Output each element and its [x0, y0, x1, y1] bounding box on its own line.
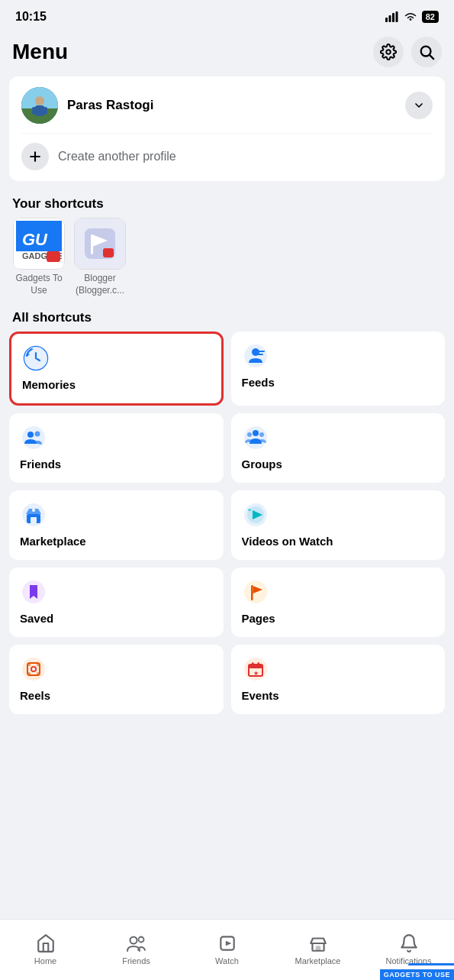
friends-icon-wrap: [20, 424, 47, 451]
nav-watch[interactable]: Watch: [182, 927, 272, 965]
settings-button[interactable]: [373, 37, 404, 67]
status-time: 10:15: [15, 10, 47, 24]
shortcut-card-feeds[interactable]: Feeds: [231, 332, 446, 406]
events-icon-wrap: ★: [242, 655, 269, 683]
svg-point-65: [138, 937, 143, 943]
svg-point-34: [35, 432, 40, 437]
clock-icon: [23, 345, 49, 371]
nav-home[interactable]: Home: [0, 927, 91, 965]
profile-row: Paras Rastogi: [21, 87, 433, 124]
svg-rect-20: [47, 251, 60, 262]
shortcut-card-pages[interactable]: Pages: [231, 568, 446, 637]
search-icon: [418, 44, 435, 60]
shortcut-card-events[interactable]: ★ Events: [231, 645, 446, 714]
chevron-down-icon: [413, 99, 425, 112]
wifi-icon: [404, 11, 417, 22]
battery-indicator: 82: [422, 11, 439, 23]
svg-rect-57: [37, 672, 40, 675]
groups-icon-wrap: [242, 424, 269, 451]
marketplace-icon: [21, 502, 47, 528]
create-profile-button[interactable]: Create another profile: [21, 133, 433, 170]
all-shortcuts-grid: Memories Feeds: [0, 332, 454, 714]
saved-label: Saved: [20, 612, 213, 625]
home-icon: [35, 933, 56, 954]
shortcut-card-videos-on-watch[interactable]: Videos on Watch: [231, 490, 446, 560]
marketplace-label: Marketplace: [20, 535, 213, 548]
nav-friends[interactable]: Friends: [91, 927, 182, 965]
shortcut-card-marketplace[interactable]: Marketplace: [9, 490, 224, 560]
shortcuts-label: Your shortcuts: [0, 189, 454, 218]
shortcut-card-friends[interactable]: Friends: [9, 413, 224, 483]
saved-icon-wrap: [20, 578, 47, 606]
shortcut-card-reels[interactable]: Reels: [9, 645, 224, 714]
svg-rect-12: [32, 107, 36, 115]
svg-rect-1: [388, 15, 391, 22]
events-label: Events: [242, 689, 435, 702]
shortcut-blogger-label: Blogger(Blogger.c...: [76, 273, 124, 296]
status-icons: 82: [385, 11, 439, 23]
shortcut-gadgets-label: Gadgets ToUse: [15, 273, 62, 296]
shortcut-card-saved[interactable]: Saved: [9, 568, 224, 637]
feeds-label: Feeds: [242, 376, 435, 389]
svg-rect-41: [31, 517, 37, 523]
page-title: Menu: [12, 40, 68, 64]
shortcut-blogger[interactable]: Blogger(Blogger.c...: [73, 218, 127, 296]
nav-active-indicator: [408, 963, 454, 965]
nav-home-label: Home: [34, 956, 56, 965]
videos-icon-wrap: [242, 501, 269, 529]
bell-icon: [398, 933, 420, 954]
all-shortcuts-label: All shortcuts: [0, 302, 454, 332]
svg-point-4: [386, 50, 391, 54]
groups-icon: [243, 425, 269, 451]
signal-icon: [385, 11, 399, 22]
svg-rect-60: [249, 665, 262, 668]
videos-on-watch-label: Videos on Watch: [242, 535, 435, 548]
nav-marketplace-label: Marketplace: [295, 956, 341, 965]
reels-icon-wrap: [20, 655, 47, 683]
svg-text:★: ★: [253, 670, 259, 677]
nav-marketplace[interactable]: Marketplace: [272, 927, 363, 965]
svg-point-42: [32, 509, 35, 512]
svg-text:GU: GU: [22, 230, 48, 249]
nav-notifications[interactable]: Notifications: [363, 927, 454, 965]
svg-point-53: [32, 668, 35, 671]
avatar-image: [21, 87, 58, 124]
profile-name: Paras Rastogi: [67, 98, 153, 113]
svg-rect-61: [252, 662, 254, 666]
header-actions: [373, 37, 442, 67]
avatar: [21, 87, 58, 124]
plus-icon: [21, 143, 49, 170]
memories-label: Memories: [22, 378, 211, 391]
gadgets-logo-image: GU GADGETS: [16, 221, 62, 267]
shortcut-card-groups[interactable]: Groups: [231, 413, 446, 483]
shortcut-gadgets-icon-wrap: GU GADGETS: [13, 218, 65, 270]
svg-rect-13: [43, 107, 47, 115]
profile-left: Paras Rastogi: [21, 87, 153, 124]
shortcut-gadgets-to-use[interactable]: GU GADGETS Gadgets ToUse: [12, 218, 66, 296]
svg-point-10: [35, 96, 44, 105]
header: Menu: [0, 31, 454, 76]
svg-rect-31: [258, 354, 263, 355]
pages-icon-wrap: [242, 578, 269, 606]
svg-line-6: [430, 55, 433, 59]
profile-dropdown-button[interactable]: [405, 92, 433, 119]
feeds-icon-wrap: [242, 342, 269, 370]
gear-icon: [380, 44, 397, 60]
shortcut-card-memories[interactable]: Memories: [9, 332, 224, 406]
svg-point-38: [259, 432, 264, 437]
shortcut-blogger-icon-wrap: [74, 218, 126, 270]
svg-point-33: [27, 432, 34, 438]
svg-rect-24: [103, 248, 114, 257]
svg-rect-23: [91, 234, 93, 254]
svg-rect-30: [258, 351, 265, 352]
reels-icon: [21, 656, 47, 682]
svg-rect-3: [395, 11, 398, 22]
svg-rect-11: [35, 105, 44, 116]
memories-icon-wrap: [22, 344, 50, 372]
svg-rect-49: [251, 585, 253, 600]
svg-rect-55: [37, 663, 40, 666]
profile-card: Paras Rastogi Create another profile: [9, 76, 445, 181]
groups-label: Groups: [242, 458, 435, 471]
search-button[interactable]: [411, 37, 442, 67]
watermark: GADGETS TO USE: [380, 969, 454, 980]
